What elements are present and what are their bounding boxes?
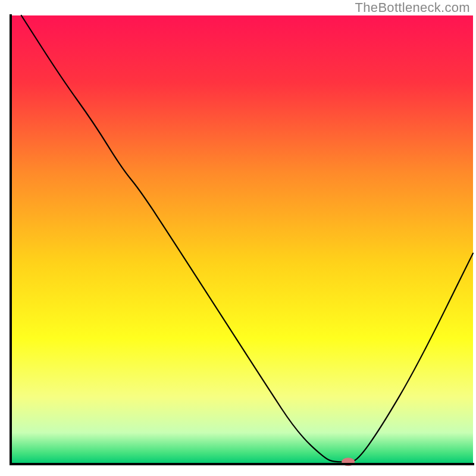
plot-background	[11, 15, 473, 464]
chart-container: TheBottleneck.com	[0, 0, 476, 476]
bottleneck-chart	[0, 0, 476, 476]
